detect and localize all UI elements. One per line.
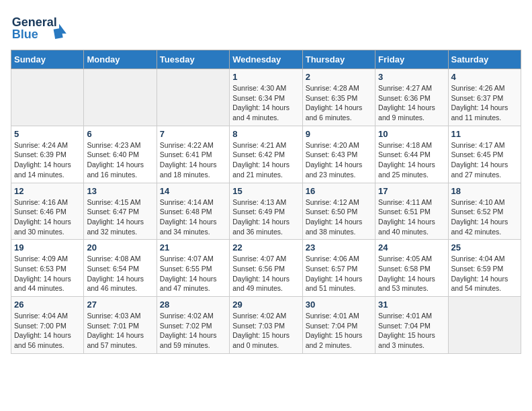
day-info: Sunrise: 4:01 AM Sunset: 7:04 PM Dayligh… <box>306 311 372 351</box>
day-number: 29 <box>232 300 299 310</box>
calendar-week-row: 5Sunrise: 4:24 AM Sunset: 6:39 PM Daylig… <box>11 126 521 183</box>
page-header: General Blue <box>11 11 521 43</box>
calendar-day-cell: 22Sunrise: 4:07 AM Sunset: 6:56 PM Dayli… <box>230 240 302 297</box>
calendar-col-header: Saturday <box>448 50 521 69</box>
calendar-day-cell: 6Sunrise: 4:23 AM Sunset: 6:40 PM Daylig… <box>84 126 157 183</box>
calendar-day-cell: 23Sunrise: 4:06 AM Sunset: 6:57 PM Dayli… <box>302 240 375 297</box>
day-number: 6 <box>87 129 153 139</box>
day-info: Sunrise: 4:04 AM Sunset: 6:59 PM Dayligh… <box>451 254 518 293</box>
day-number: 9 <box>306 129 372 139</box>
calendar-day-cell: 9Sunrise: 4:20 AM Sunset: 6:43 PM Daylig… <box>302 126 375 183</box>
calendar-day-cell: 24Sunrise: 4:05 AM Sunset: 6:58 PM Dayli… <box>375 240 448 297</box>
calendar-day-cell: 21Sunrise: 4:07 AM Sunset: 6:55 PM Dayli… <box>157 240 229 297</box>
day-info: Sunrise: 4:17 AM Sunset: 6:45 PM Dayligh… <box>451 140 518 180</box>
calendar-table: SundayMondayTuesdayWednesdayThursdayFrid… <box>11 50 521 354</box>
calendar-day-cell: 4Sunrise: 4:26 AM Sunset: 6:37 PM Daylig… <box>448 69 521 126</box>
calendar-day-cell: 15Sunrise: 4:13 AM Sunset: 6:49 PM Dayli… <box>230 183 302 240</box>
day-info: Sunrise: 4:18 AM Sunset: 6:44 PM Dayligh… <box>378 140 445 180</box>
day-number: 28 <box>160 300 226 310</box>
day-info: Sunrise: 4:26 AM Sunset: 6:37 PM Dayligh… <box>451 83 518 123</box>
calendar-day-cell: 31Sunrise: 4:01 AM Sunset: 7:04 PM Dayli… <box>375 297 448 354</box>
day-info: Sunrise: 4:20 AM Sunset: 6:43 PM Dayligh… <box>306 140 372 180</box>
calendar-day-cell: 25Sunrise: 4:04 AM Sunset: 6:59 PM Dayli… <box>448 240 521 297</box>
day-number: 5 <box>14 129 81 139</box>
day-number: 31 <box>378 300 445 310</box>
calendar-day-cell: 13Sunrise: 4:15 AM Sunset: 6:47 PM Dayli… <box>84 183 157 240</box>
day-number: 25 <box>451 242 518 253</box>
day-info: Sunrise: 4:06 AM Sunset: 6:57 PM Dayligh… <box>306 254 372 293</box>
day-number: 26 <box>14 300 81 310</box>
calendar-day-cell: 16Sunrise: 4:12 AM Sunset: 6:50 PM Dayli… <box>302 183 375 240</box>
calendar-header-row: SundayMondayTuesdayWednesdayThursdayFrid… <box>11 50 521 69</box>
calendar-day-cell: 29Sunrise: 4:02 AM Sunset: 7:03 PM Dayli… <box>230 297 302 354</box>
day-number: 22 <box>232 242 299 253</box>
calendar-col-header: Monday <box>84 50 157 69</box>
day-info: Sunrise: 4:21 AM Sunset: 6:42 PM Dayligh… <box>232 140 299 180</box>
day-number: 8 <box>232 129 299 139</box>
calendar-day-cell: 10Sunrise: 4:18 AM Sunset: 6:44 PM Dayli… <box>375 126 448 183</box>
calendar-day-cell: 18Sunrise: 4:10 AM Sunset: 6:52 PM Dayli… <box>448 183 521 240</box>
calendar-week-row: 12Sunrise: 4:16 AM Sunset: 6:46 PM Dayli… <box>11 183 521 240</box>
calendar-week-row: 1Sunrise: 4:30 AM Sunset: 6:34 PM Daylig… <box>11 69 521 126</box>
calendar-week-row: 26Sunrise: 4:04 AM Sunset: 7:00 PM Dayli… <box>11 297 521 354</box>
calendar-day-cell: 19Sunrise: 4:09 AM Sunset: 6:53 PM Dayli… <box>11 240 84 297</box>
day-number: 2 <box>306 72 372 82</box>
day-info: Sunrise: 4:11 AM Sunset: 6:51 PM Dayligh… <box>378 197 445 237</box>
day-info: Sunrise: 4:24 AM Sunset: 6:39 PM Dayligh… <box>14 140 81 180</box>
day-info: Sunrise: 4:09 AM Sunset: 6:53 PM Dayligh… <box>14 254 81 293</box>
day-info: Sunrise: 4:07 AM Sunset: 6:56 PM Dayligh… <box>232 254 299 293</box>
day-info: Sunrise: 4:02 AM Sunset: 7:03 PM Dayligh… <box>232 311 299 351</box>
day-number: 13 <box>87 186 153 196</box>
day-number: 24 <box>378 242 445 253</box>
day-number: 10 <box>378 129 445 139</box>
day-info: Sunrise: 4:14 AM Sunset: 6:48 PM Dayligh… <box>160 197 226 237</box>
day-info: Sunrise: 4:03 AM Sunset: 7:01 PM Dayligh… <box>87 311 153 351</box>
calendar-day-cell: 30Sunrise: 4:01 AM Sunset: 7:04 PM Dayli… <box>302 297 375 354</box>
calendar-day-cell: 27Sunrise: 4:03 AM Sunset: 7:01 PM Dayli… <box>84 297 157 354</box>
svg-text:General: General <box>12 15 57 29</box>
day-number: 1 <box>232 72 299 82</box>
calendar-day-cell: 26Sunrise: 4:04 AM Sunset: 7:00 PM Dayli… <box>11 297 84 354</box>
calendar-col-header: Tuesday <box>157 50 229 69</box>
calendar-day-cell: 7Sunrise: 4:22 AM Sunset: 6:41 PM Daylig… <box>157 126 229 183</box>
day-info: Sunrise: 4:12 AM Sunset: 6:50 PM Dayligh… <box>306 197 372 237</box>
day-info: Sunrise: 4:30 AM Sunset: 6:34 PM Dayligh… <box>232 83 299 123</box>
calendar-day-cell <box>157 69 229 126</box>
svg-marker-3 <box>59 24 66 34</box>
day-number: 15 <box>232 186 299 196</box>
day-info: Sunrise: 4:02 AM Sunset: 7:02 PM Dayligh… <box>160 311 226 351</box>
day-number: 7 <box>160 129 226 139</box>
day-number: 27 <box>87 300 153 310</box>
calendar-day-cell: 20Sunrise: 4:08 AM Sunset: 6:54 PM Dayli… <box>84 240 157 297</box>
day-info: Sunrise: 4:07 AM Sunset: 6:55 PM Dayligh… <box>160 254 226 293</box>
day-info: Sunrise: 4:27 AM Sunset: 6:36 PM Dayligh… <box>378 83 445 123</box>
calendar-day-cell: 5Sunrise: 4:24 AM Sunset: 6:39 PM Daylig… <box>11 126 84 183</box>
day-info: Sunrise: 4:01 AM Sunset: 7:04 PM Dayligh… <box>378 311 445 351</box>
calendar-week-row: 19Sunrise: 4:09 AM Sunset: 6:53 PM Dayli… <box>11 240 521 297</box>
calendar-day-cell: 3Sunrise: 4:27 AM Sunset: 6:36 PM Daylig… <box>375 69 448 126</box>
calendar-col-header: Sunday <box>11 50 84 69</box>
day-info: Sunrise: 4:08 AM Sunset: 6:54 PM Dayligh… <box>87 254 153 293</box>
logo: General Blue <box>11 11 71 43</box>
calendar-day-cell: 12Sunrise: 4:16 AM Sunset: 6:46 PM Dayli… <box>11 183 84 240</box>
day-number: 30 <box>306 300 372 310</box>
day-number: 23 <box>306 242 372 253</box>
day-number: 12 <box>14 186 81 196</box>
calendar-day-cell: 1Sunrise: 4:30 AM Sunset: 6:34 PM Daylig… <box>230 69 302 126</box>
day-number: 21 <box>160 242 226 253</box>
day-number: 19 <box>14 242 81 253</box>
day-info: Sunrise: 4:16 AM Sunset: 6:46 PM Dayligh… <box>14 197 81 237</box>
day-info: Sunrise: 4:22 AM Sunset: 6:41 PM Dayligh… <box>160 140 226 180</box>
day-number: 18 <box>451 186 518 196</box>
day-number: 17 <box>378 186 445 196</box>
day-info: Sunrise: 4:13 AM Sunset: 6:49 PM Dayligh… <box>232 197 299 237</box>
calendar-col-header: Wednesday <box>230 50 302 69</box>
logo-svg: General Blue <box>11 11 71 43</box>
day-info: Sunrise: 4:15 AM Sunset: 6:47 PM Dayligh… <box>87 197 153 237</box>
day-number: 16 <box>306 186 372 196</box>
day-info: Sunrise: 4:28 AM Sunset: 6:35 PM Dayligh… <box>306 83 372 123</box>
day-info: Sunrise: 4:10 AM Sunset: 6:52 PM Dayligh… <box>451 197 518 237</box>
calendar-day-cell: 11Sunrise: 4:17 AM Sunset: 6:45 PM Dayli… <box>448 126 521 183</box>
calendar-day-cell <box>11 69 84 126</box>
calendar-day-cell: 17Sunrise: 4:11 AM Sunset: 6:51 PM Dayli… <box>375 183 448 240</box>
